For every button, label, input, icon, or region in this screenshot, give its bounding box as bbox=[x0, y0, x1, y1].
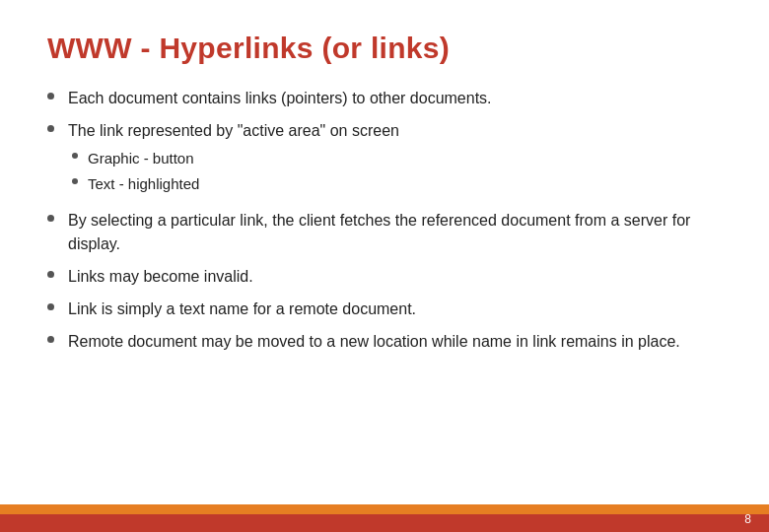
list-item: Each document contains links (pointers) … bbox=[47, 87, 722, 109]
bullet-dot bbox=[47, 125, 54, 132]
bullet-dot bbox=[47, 303, 54, 310]
slide-title: WWW - Hyperlinks (or links) bbox=[47, 32, 722, 65]
bullet-text-6: Remote document may be moved to a new lo… bbox=[68, 330, 722, 353]
slide: WWW - Hyperlinks (or links) Each documen… bbox=[0, 0, 769, 532]
sub-dot bbox=[72, 178, 78, 184]
list-item: Link is simply a text name for a remote … bbox=[47, 298, 722, 320]
sub-list-item: Graphic - button bbox=[72, 148, 722, 168]
orange-accent-bar bbox=[0, 504, 769, 514]
bullet-dot bbox=[47, 336, 54, 343]
sub-list: Graphic - button Text - highlighted bbox=[68, 148, 722, 194]
red-footer-bar: 8 bbox=[0, 514, 769, 532]
bullet-dot bbox=[47, 271, 54, 278]
bullet-text-1: Each document contains links (pointers) … bbox=[68, 87, 722, 109]
bullet-text-2: The link represented by "active area" on… bbox=[68, 119, 722, 199]
sub-dot bbox=[72, 153, 78, 159]
footer: 8 bbox=[0, 504, 769, 532]
bullet-text-3: By selecting a particular link, the clie… bbox=[68, 209, 722, 254]
bullet-dot bbox=[47, 215, 54, 222]
slide-content: WWW - Hyperlinks (or links) Each documen… bbox=[0, 0, 769, 504]
bullet-dot bbox=[47, 93, 54, 100]
bullet-text-5: Link is simply a text name for a remote … bbox=[68, 298, 722, 320]
sub-list-item: Text - highlighted bbox=[72, 173, 722, 194]
bullet-list: Each document contains links (pointers) … bbox=[47, 87, 722, 353]
list-item: The link represented by "active area" on… bbox=[47, 119, 722, 199]
list-item: Links may become invalid. bbox=[47, 265, 722, 288]
slide-number: 8 bbox=[744, 512, 751, 526]
bullet-text-4: Links may become invalid. bbox=[68, 265, 722, 288]
list-item: By selecting a particular link, the clie… bbox=[47, 209, 722, 254]
list-item: Remote document may be moved to a new lo… bbox=[47, 330, 722, 353]
